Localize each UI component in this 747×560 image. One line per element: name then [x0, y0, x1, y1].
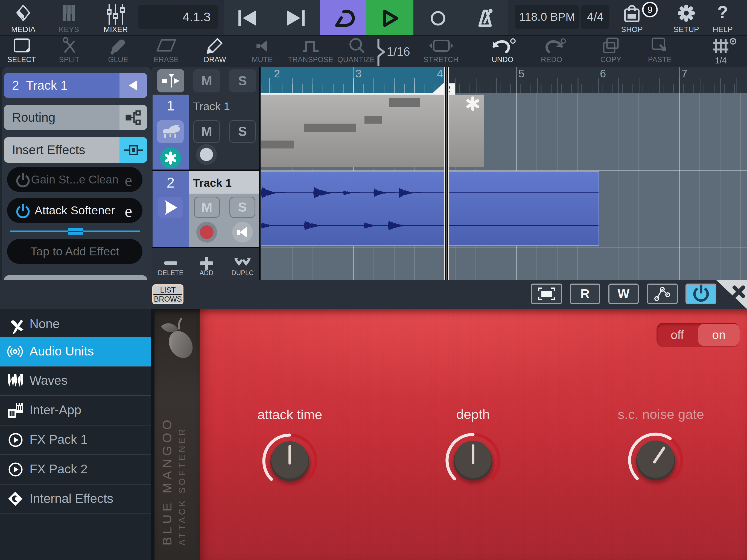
- svg-text:9: 9: [647, 4, 653, 15]
